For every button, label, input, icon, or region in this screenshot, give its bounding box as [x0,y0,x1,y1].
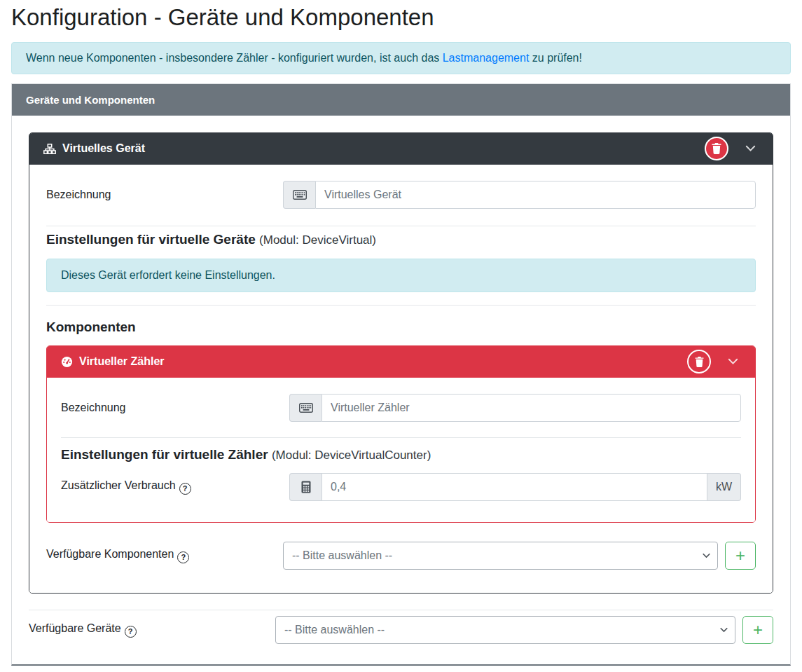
device-bezeichnung-row: Bezeichnung [46,181,756,209]
verbrauch-input[interactable] [322,473,707,501]
virtual-counter-title: Virtueller Zähler [79,355,165,368]
question-circle-icon[interactable] [177,551,189,563]
delete-component-button[interactable] [687,350,711,373]
sitemap-icon [43,144,56,154]
device-bezeichnung-input[interactable] [315,181,756,209]
verbrauch-row: Zusätzlicher Verbrauch [61,473,741,501]
trash-icon [695,357,704,367]
verbrauch-label: Zusätzlicher Verbrauch [61,479,289,495]
collapse-component-chevron[interactable] [725,355,741,368]
virtual-device-card-body: Bezeichnung [29,165,773,593]
verbrauch-unit: kW [707,473,741,501]
add-component-button[interactable]: + [725,542,756,570]
chevron-down-icon [745,145,756,152]
virtual-device-card-header[interactable]: Virtuelles Gerät [29,133,773,165]
devices-panel: Geräte und Komponenten Virtuelles Gerät [11,83,791,666]
virtual-counter-card: Virtueller Zähler [46,345,756,523]
question-circle-icon[interactable] [125,626,137,638]
device-settings-heading: Einstellungen für virtuelle Geräte (Modu… [46,232,756,247]
device-bezeichnung-label: Bezeichnung [46,188,283,201]
available-devices-label-text: Verfügbare Geräte [29,622,121,634]
calculator-icon [289,473,322,501]
available-components-select-wrap: -- Bitte auswählen -- [283,542,718,570]
verbrauch-label-text: Zusätzlicher Verbrauch [61,479,176,491]
chevron-down-icon [728,358,738,365]
device-bezeichnung-input-group [283,181,756,209]
counter-settings-heading-text: Einstellungen für virtuelle Zähler [61,447,268,462]
lastmanagement-alert: Wenn neue Komponenten - insbesondere Zäh… [11,42,791,74]
counter-bezeichnung-row: Bezeichnung [61,394,741,422]
counter-settings-heading: Einstellungen für virtuelle Zähler (Modu… [61,447,741,462]
available-components-row: Verfügbare Komponenten -- Bitte auswähle… [46,542,756,570]
virtual-device-title: Virtuelles Gerät [62,142,145,155]
keyboard-icon [283,181,315,209]
no-settings-alert: Dieses Gerät erfordert keine Einstellung… [46,259,756,292]
device-settings-module: (Modul: DeviceVirtual) [259,233,376,247]
virtual-counter-card-body: Bezeichnung [47,378,755,522]
available-components-label-text: Verfügbare Komponenten [46,548,174,560]
keyboard-icon [289,394,322,422]
panel-header: Geräte und Komponenten [12,84,790,116]
verbrauch-input-group: kW [289,473,741,501]
divider [29,610,773,610]
question-circle-icon[interactable] [179,483,191,495]
counter-bezeichnung-input[interactable] [322,394,741,422]
panel-body: Virtuelles Gerät [12,116,790,664]
available-devices-select-wrap: -- Bitte auswählen -- [275,616,735,644]
divider [46,305,756,306]
tachometer-icon [61,356,73,368]
virtual-device-card: Virtuelles Gerät [29,132,773,594]
trash-icon [712,143,721,154]
lastmanagement-link[interactable]: Lastmanagement [443,52,530,64]
counter-settings-module: (Modul: DeviceVirtualCounter) [272,448,431,462]
components-heading: Komponenten [46,320,756,335]
alert-text-after: zu prüfen! [529,52,582,64]
device-settings-heading-text: Einstellungen für virtuelle Geräte [46,232,256,247]
divider [61,437,741,438]
delete-device-button[interactable] [705,137,728,160]
page-title: Konfiguration - Geräte und Komponenten [11,4,791,31]
available-devices-select[interactable]: -- Bitte auswählen -- [275,616,735,644]
counter-bezeichnung-label: Bezeichnung [61,402,289,414]
add-device-button[interactable]: + [742,616,773,644]
alert-text-before: Wenn neue Komponenten - insbesondere Zäh… [26,52,443,64]
available-devices-label: Verfügbare Geräte [29,622,275,638]
virtual-counter-card-header[interactable]: Virtueller Zähler [47,346,755,378]
available-devices-row: Verfügbare Geräte -- Bitte auswählen -- … [29,616,773,644]
divider [46,226,756,226]
available-components-label: Verfügbare Komponenten [46,548,283,563]
collapse-device-chevron[interactable] [742,142,759,155]
counter-bezeichnung-input-group [289,394,741,422]
available-components-select[interactable]: -- Bitte auswählen -- [283,542,718,570]
